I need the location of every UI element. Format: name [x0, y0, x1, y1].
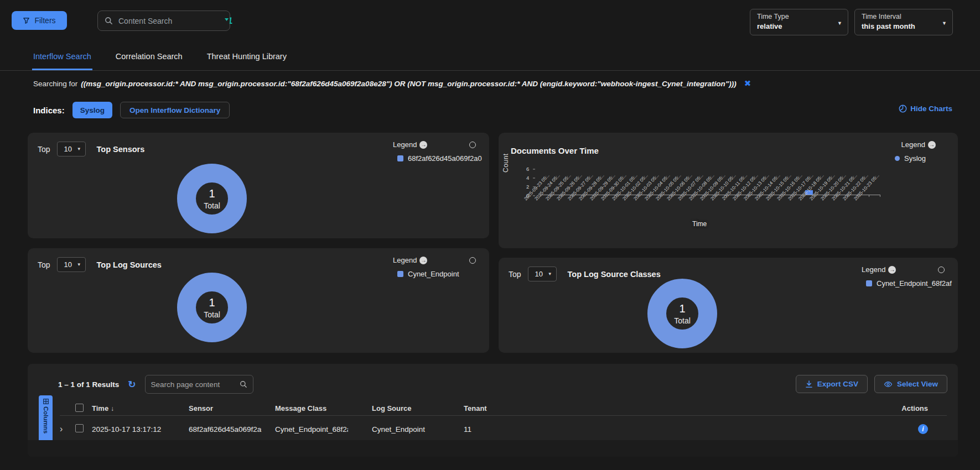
- donut-center: 1 Total: [177, 164, 247, 233]
- documents-over-time-panel: Documents Over Time Legend → Syslog Coun…: [499, 133, 958, 248]
- donut-total-value: 1: [209, 187, 215, 200]
- time-interval-dropdown[interactable]: Time Interval this past month ▼: [854, 9, 953, 35]
- top-n-select[interactable]: 10 ▼: [57, 257, 86, 272]
- download-icon: [805, 380, 813, 388]
- clear-query-icon[interactable]: ✖: [744, 79, 751, 88]
- info-icon[interactable]: i: [918, 424, 928, 434]
- donut-total-value: 1: [679, 302, 685, 315]
- legend-toggle[interactable]: Legend →: [901, 140, 936, 149]
- select-view-button[interactable]: Select View: [874, 375, 947, 393]
- time-type-value: relative: [757, 22, 833, 30]
- circle-outline-icon[interactable]: [469, 257, 476, 264]
- top-n-value: 10: [535, 270, 543, 278]
- column-header-time[interactable]: Time↓: [92, 404, 189, 412]
- legend-item[interactable]: Cynet_Endpoint: [397, 270, 489, 278]
- column-header-actions: Actions: [829, 404, 947, 412]
- tab-correlation-search[interactable]: Correlation Search: [115, 46, 184, 70]
- funnel-icon: [23, 17, 30, 24]
- y-axis-tick: 6: [526, 166, 535, 172]
- arrow-circle-icon: →: [419, 257, 427, 264]
- top-bar: Filters Time Type relative ▼ Time Interv…: [0, 0, 980, 39]
- time-type-dropdown[interactable]: Time Type relative ▼: [750, 9, 848, 35]
- grid-icon: [43, 399, 49, 404]
- column-header-message-class[interactable]: Message Class: [275, 404, 372, 412]
- circle-outline-icon[interactable]: [938, 267, 945, 273]
- indices-row: Indices: Syslog Open Interflow Dictionar…: [0, 102, 980, 118]
- top-n-select[interactable]: 10 ▼: [57, 142, 86, 156]
- chevron-down-icon: ▼: [837, 20, 842, 26]
- chevron-down-icon: ▼: [77, 147, 81, 152]
- panel-title: Top Log Source Classes: [568, 270, 661, 279]
- legend-label: Syslog: [904, 154, 926, 163]
- doc-time-plot: 0 2 4 6 2025-09-23 05:..2025-09-24 05:..…: [540, 169, 880, 195]
- legend-item[interactable]: Cynet_Endpoint_68f2af: [866, 279, 958, 288]
- top-n-label: Top: [38, 145, 50, 154]
- legend-item[interactable]: 68f2af626d45a069f2a0: [397, 154, 489, 163]
- search-icon: [240, 380, 247, 388]
- content-search[interactable]: [97, 11, 230, 31]
- arrow-circle-icon: →: [928, 141, 936, 149]
- table-row[interactable]: › 2025-10-17 13:17:12 68f2af626d45a069f2…: [60, 419, 947, 439]
- columns-button-label: Columns: [43, 406, 49, 434]
- search-icon: [105, 17, 113, 25]
- legend-toggle[interactable]: Legend →: [393, 140, 427, 149]
- time-interval-value: this past month: [862, 22, 938, 30]
- query-builder-logo-icon[interactable]: [224, 17, 234, 25]
- donut-center: 1 Total: [177, 273, 247, 342]
- open-interflow-dictionary-button[interactable]: Open Interflow Dictionary: [120, 102, 230, 118]
- select-all-checkbox[interactable]: [75, 404, 84, 412]
- legend-title: Legend: [393, 256, 417, 264]
- panel-title: Documents Over Time: [511, 146, 599, 155]
- circle-outline-icon[interactable]: [469, 142, 476, 148]
- content-search-input[interactable]: [118, 17, 219, 25]
- legend-block: Legend → 68f2af626d45a069f2a0: [367, 140, 489, 163]
- search-query-row: Searching for ((msg_origin.processor.id:…: [0, 71, 980, 88]
- pie-chart-icon: [899, 105, 907, 113]
- legend-block: Legend → Syslog: [867, 140, 950, 163]
- legend-block: Legend → Cynet_Endpoint: [367, 256, 489, 278]
- page-content-search-input[interactable]: [151, 380, 235, 389]
- column-header-sensor[interactable]: Sensor: [189, 404, 275, 412]
- chevron-down-icon: ▼: [77, 262, 81, 267]
- y-axis-tick: 4: [526, 175, 535, 181]
- hide-charts-link[interactable]: Hide Charts: [899, 105, 952, 113]
- column-header-log-source[interactable]: Log Source: [372, 404, 464, 412]
- column-header-tenant[interactable]: Tenant: [464, 404, 829, 412]
- row-checkbox[interactable]: [75, 424, 84, 432]
- expand-row-icon[interactable]: ›: [60, 424, 75, 434]
- x-axis-label: Time: [692, 220, 707, 228]
- filters-button[interactable]: Filters: [12, 11, 67, 30]
- legend-toggle[interactable]: Legend →: [862, 265, 896, 274]
- cell-time: 2025-10-17 13:17:12: [92, 425, 189, 434]
- cell-message-class: Cynet_Endpoint_68f2af6: [275, 425, 348, 434]
- export-csv-button[interactable]: Export CSV: [796, 375, 868, 393]
- legend-item[interactable]: Syslog: [867, 154, 950, 163]
- export-csv-label: Export CSV: [817, 380, 858, 388]
- tab-threat-hunting-library[interactable]: Threat Hunting Library: [206, 46, 288, 70]
- query-prefix: Searching for: [33, 80, 77, 88]
- arrow-circle-icon: →: [888, 266, 896, 274]
- eye-icon: [884, 380, 893, 388]
- tab-interflow-search[interactable]: Interflow Search: [32, 46, 92, 70]
- legend-toggle[interactable]: Legend →: [393, 256, 427, 264]
- filters-button-label: Filters: [34, 16, 55, 25]
- donut-center: 1 Total: [647, 279, 717, 348]
- legend-dot: [895, 156, 900, 161]
- page-content-search[interactable]: [145, 375, 253, 394]
- sort-desc-icon: ↓: [111, 405, 114, 412]
- top-n-select[interactable]: 10 ▼: [528, 267, 557, 281]
- panel-title: Top Log Sources: [97, 260, 162, 269]
- top-n-value: 10: [64, 145, 72, 153]
- panel-title: Top Sensors: [97, 145, 145, 154]
- legend-label: 68f2af626d45a069f2a0: [408, 154, 482, 163]
- donut-total-label: Total: [204, 310, 220, 319]
- y-axis-label: Count: [502, 153, 510, 173]
- columns-button[interactable]: Columns: [39, 395, 53, 443]
- legend-swatch: [866, 280, 872, 286]
- donut-total-label: Total: [204, 201, 220, 210]
- refresh-icon[interactable]: ↻: [128, 379, 136, 390]
- time-type-label: Time Type: [757, 13, 833, 20]
- top-sensors-panel: Top 10 ▼ Top Sensors Legend → 68f2a: [28, 133, 489, 238]
- index-syslog-button[interactable]: Syslog: [72, 102, 112, 118]
- top-log-source-classes-panel: Top 10 ▼ Top Log Source Classes Legend →: [499, 258, 958, 353]
